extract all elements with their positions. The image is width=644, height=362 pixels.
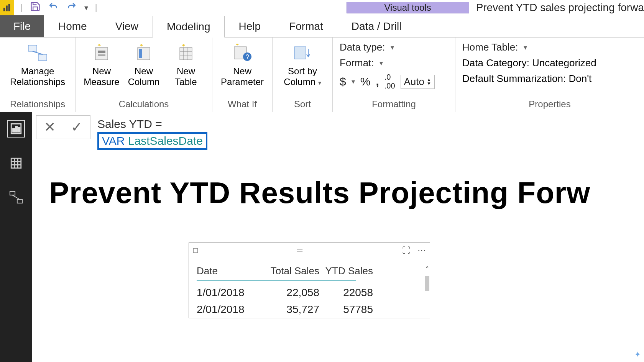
- scroll-thumb[interactable]: [425, 276, 429, 291]
- label: Manage Relationships: [10, 66, 65, 87]
- group-whatif: ?✶ New Parameter What If: [212, 38, 273, 112]
- formula-input[interactable]: Sales YTD = VAR LastSalesDate: [94, 115, 211, 152]
- label: New Measure: [84, 66, 119, 87]
- new-column-button[interactable]: ✶ New Column: [125, 40, 163, 87]
- svg-text:✶: ✶: [181, 44, 186, 48]
- manage-relationships-button[interactable]: Manage Relationships: [7, 40, 68, 87]
- commit-formula-icon[interactable]: ✓: [71, 119, 82, 135]
- workspace: ✕ ✓ Sales YTD = VAR LastSalesDate Preven…: [0, 112, 644, 362]
- dropdown-icon: ▾: [524, 43, 527, 52]
- tab-data-drill[interactable]: Data / Drill: [337, 15, 416, 37]
- measure-icon: ✶: [93, 42, 110, 64]
- label: Sort by Column ▾: [284, 66, 321, 87]
- subscribe-badge: ✦: [634, 350, 641, 359]
- table-content: Date Total Sales YTD Sales 1/01/2018 22,…: [189, 258, 430, 318]
- svg-rect-9: [98, 54, 105, 56]
- header-underline: [197, 280, 356, 281]
- svg-rect-27: [18, 128, 20, 132]
- group-calculations: ✶ New Measure ✶ New Column ✶ New Table C…: [76, 38, 212, 112]
- table-header-row: Date Total Sales YTD Sales: [197, 265, 422, 280]
- comma-button[interactable]: ,: [376, 75, 379, 88]
- svg-rect-33: [10, 192, 15, 195]
- tab-modeling[interactable]: Modeling: [153, 16, 225, 38]
- default-summarization-row[interactable]: Default Summarization: Don't: [462, 73, 596, 85]
- data-view-icon[interactable]: [7, 154, 25, 172]
- col-header-date[interactable]: Date: [197, 265, 262, 277]
- currency-button[interactable]: $: [340, 75, 346, 88]
- contextual-tab-visual-tools[interactable]: Visual tools: [347, 2, 469, 13]
- percent-button[interactable]: %: [360, 75, 371, 88]
- label: New Table: [175, 66, 197, 87]
- dropdown-icon: ▾: [391, 43, 394, 52]
- table-visual[interactable]: ═ ⛶ ⋯ Date Total Sales YTD Sales 1/01/20…: [189, 242, 430, 318]
- decimals-button[interactable]: .0.00: [384, 73, 395, 90]
- report-page-title: Prevent YTD Results Projecting Forw: [49, 175, 590, 210]
- group-label: Sort: [294, 98, 311, 111]
- new-table-button[interactable]: ✶ New Table: [167, 40, 205, 87]
- group-label: Properties: [529, 98, 570, 111]
- tab-home[interactable]: Home: [44, 15, 101, 37]
- qat-dropdown-icon[interactable]: ▾: [84, 3, 88, 12]
- group-label: Formatting: [372, 98, 416, 111]
- group-formatting: Data type:▾ Format:▾ $▾ % , .0.00 Auto ▲…: [333, 38, 455, 112]
- group-label: Calculations: [119, 98, 169, 111]
- drag-grip-icon[interactable]: ═: [297, 246, 303, 255]
- column-icon: ✶: [135, 42, 152, 64]
- scrollbar[interactable]: ˄: [423, 265, 431, 318]
- cancel-formula-icon[interactable]: ✕: [44, 119, 56, 135]
- sort-by-column-button[interactable]: Sort by Column ▾: [279, 40, 325, 87]
- report-canvas[interactable]: ✕ ✓ Sales YTD = VAR LastSalesDate Preven…: [32, 112, 644, 362]
- formula-bar: ✕ ✓ Sales YTD = VAR LastSalesDate: [36, 115, 211, 152]
- focus-mode-icon[interactable]: ⛶: [402, 246, 411, 256]
- ribbon: Manage Relationships Relationships ✶ New…: [0, 38, 644, 112]
- scroll-up-icon[interactable]: ˄: [426, 265, 429, 274]
- separator: |: [95, 3, 97, 13]
- decimal-places-spinner[interactable]: Auto ▲▼: [401, 75, 435, 89]
- label: New Parameter: [221, 66, 264, 87]
- ribbon-tabs: File Home View Modeling Help Format Data…: [0, 15, 644, 38]
- svg-line-5: [33, 51, 43, 54]
- redo-icon[interactable]: [66, 2, 77, 14]
- col-header-total-sales[interactable]: Total Sales: [262, 265, 319, 277]
- report-view-icon[interactable]: [7, 120, 25, 138]
- group-label: What If: [228, 98, 257, 111]
- svg-rect-0: [3, 8, 5, 11]
- table-icon: ✶: [177, 42, 194, 64]
- data-type-row[interactable]: Data type:▾: [340, 41, 435, 53]
- formula-buttons: ✕ ✓: [36, 115, 90, 139]
- visual-header: ═ ⛶ ⋯: [189, 243, 430, 258]
- save-icon[interactable]: [30, 1, 41, 15]
- new-measure-button[interactable]: ✶ New Measure: [82, 40, 121, 87]
- svg-rect-11: [139, 49, 142, 58]
- formula-line-1: Sales YTD =: [97, 118, 207, 131]
- model-view-icon[interactable]: [7, 189, 25, 206]
- view-switcher: [0, 112, 32, 362]
- dropdown-icon: ▾: [380, 59, 383, 67]
- tab-help[interactable]: Help: [225, 15, 275, 37]
- resize-corner-icon[interactable]: [193, 248, 198, 253]
- title-bar: | ▾ | Visual tools Prevent YTD sales pro…: [0, 0, 644, 15]
- svg-text:✶: ✶: [97, 44, 102, 48]
- new-parameter-button[interactable]: ?✶ New Parameter: [219, 40, 265, 87]
- svg-rect-13: [180, 48, 192, 60]
- svg-rect-8: [98, 51, 105, 53]
- table-body: 1/01/2018 22,058 22058 2/01/2018 35,727 …: [197, 284, 422, 318]
- svg-rect-1: [6, 6, 8, 11]
- tab-view[interactable]: View: [101, 15, 153, 37]
- undo-icon[interactable]: [48, 2, 59, 14]
- tab-file[interactable]: File: [0, 15, 44, 37]
- sort-icon: [293, 42, 312, 64]
- home-table-row[interactable]: Home Table:▾: [462, 41, 596, 53]
- data-category-row[interactable]: Data Category: Uncategorized: [462, 57, 596, 69]
- svg-rect-23: [294, 47, 306, 59]
- group-sort: Sort by Column ▾ Sort: [273, 38, 333, 112]
- group-label: Relationships: [10, 98, 65, 111]
- col-header-ytd-sales[interactable]: YTD Sales: [319, 265, 373, 277]
- window-title: Prevent YTD sales projecting forwa: [469, 2, 644, 14]
- format-row[interactable]: Format:▾: [340, 57, 435, 69]
- svg-rect-26: [16, 126, 17, 132]
- svg-text:?: ?: [246, 54, 249, 60]
- svg-rect-34: [17, 200, 22, 203]
- tab-format[interactable]: Format: [275, 15, 337, 37]
- more-options-icon[interactable]: ⋯: [417, 246, 426, 256]
